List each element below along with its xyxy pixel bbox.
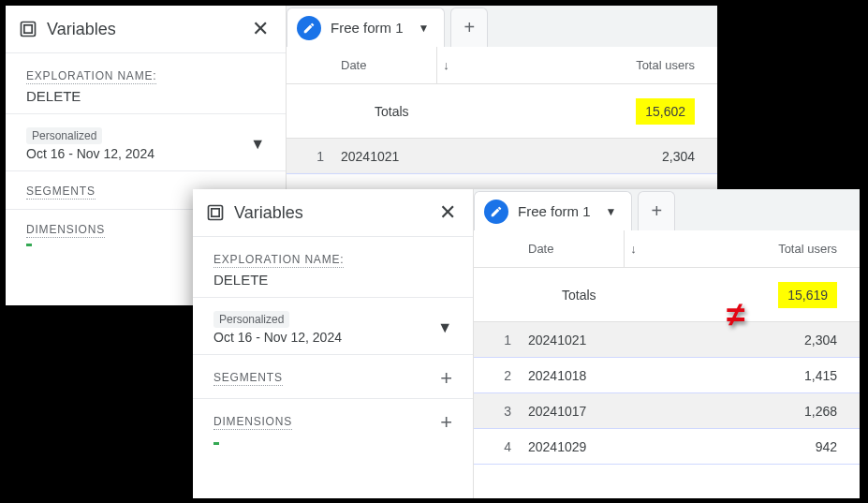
svg-rect-2 bbox=[209, 206, 223, 220]
add-segment-button[interactable]: + bbox=[440, 368, 452, 389]
table-body: 1202410212,3042202410181,4153202410171,2… bbox=[474, 322, 860, 465]
dimension-accent bbox=[213, 442, 219, 445]
chevron-down-icon[interactable]: ▼ bbox=[437, 319, 452, 336]
date-range-section[interactable]: Personalized Oct 16 - Nov 12, 2024 ▼ bbox=[193, 297, 473, 354]
variables-icon bbox=[19, 20, 37, 38]
tab-label: Free form 1 bbox=[331, 20, 404, 36]
row-index: 1 bbox=[287, 149, 333, 164]
dimension-accent bbox=[26, 244, 32, 246]
date-range-text: Oct 16 - Nov 12, 2024 bbox=[213, 330, 342, 345]
row-index: 2 bbox=[474, 368, 521, 383]
chevron-down-icon[interactable]: ▼ bbox=[413, 22, 435, 35]
date-range-text: Oct 16 - Nov 12, 2024 bbox=[26, 146, 154, 161]
exploration-name-label: EXPLORATION NAME: bbox=[26, 69, 156, 84]
variables-title: Variables bbox=[47, 20, 243, 39]
report-content: Free form 1 ▼ + Date ↓ Total users Total… bbox=[474, 189, 860, 498]
dimensions-label: DIMENSIONS bbox=[213, 415, 292, 430]
table-row[interactable]: 2202410181,415 bbox=[474, 358, 860, 393]
segments-label: SEGMENTS bbox=[213, 371, 283, 386]
date-range-section[interactable]: Personalized Oct 16 - Nov 12, 2024 ▼ bbox=[6, 113, 286, 170]
col-users-header[interactable]: Total users bbox=[642, 242, 860, 256]
row-date: 20241018 bbox=[521, 368, 624, 383]
totals-value: 15,619 bbox=[642, 282, 860, 308]
row-date: 20241017 bbox=[521, 404, 624, 419]
exploration-name-section: EXPLORATION NAME: DELETE bbox=[193, 236, 473, 297]
table-header: Date ↓ Total users bbox=[474, 230, 860, 268]
sidebar-header: Variables ✕ bbox=[193, 189, 473, 236]
tab-free-form[interactable]: Free form 1 ▼ bbox=[474, 191, 632, 230]
col-users-header[interactable]: Total users bbox=[455, 58, 717, 72]
not-equal-icon: ≠ bbox=[727, 295, 745, 334]
dimensions-section: DIMENSIONS + bbox=[193, 398, 473, 436]
svg-rect-1 bbox=[24, 25, 32, 33]
col-date-header[interactable]: Date bbox=[521, 242, 624, 256]
row-users: 942 bbox=[642, 439, 860, 454]
tab-bar: Free form 1 ▼ + bbox=[474, 189, 860, 230]
row-date: 20241021 bbox=[521, 333, 624, 348]
totals-label: Totals bbox=[333, 104, 436, 119]
table-header: Date ↓ Total users bbox=[287, 47, 717, 84]
sidebar-header: Variables ✕ bbox=[6, 6, 286, 52]
exploration-name-value[interactable]: DELETE bbox=[213, 272, 452, 288]
row-date: 20241021 bbox=[333, 149, 436, 164]
dimensions-label: DIMENSIONS bbox=[26, 223, 105, 238]
table-row[interactable]: 3202410171,268 bbox=[474, 393, 860, 429]
chevron-down-icon[interactable]: ▼ bbox=[600, 205, 623, 218]
close-icon[interactable]: ✕ bbox=[439, 202, 456, 223]
variables-icon bbox=[206, 203, 225, 222]
table-row[interactable]: 1202410212,304 bbox=[474, 322, 860, 358]
tab-label: Free form 1 bbox=[518, 203, 591, 219]
variables-sidebar: Variables ✕ EXPLORATION NAME: DELETE Per… bbox=[193, 189, 474, 498]
row-users: 1,268 bbox=[642, 404, 860, 419]
row-users: 1,415 bbox=[642, 368, 860, 383]
segments-label: SEGMENTS bbox=[26, 185, 96, 200]
sort-desc-icon[interactable]: ↓ bbox=[436, 47, 455, 83]
tab-bar: Free form 1 ▼ + bbox=[287, 6, 717, 47]
exploration-panel-front: Variables ✕ EXPLORATION NAME: DELETE Per… bbox=[193, 189, 860, 498]
table-body: 1202410212,304 bbox=[287, 139, 717, 174]
table-row[interactable]: 1202410212,304 bbox=[287, 139, 717, 174]
variables-title: Variables bbox=[234, 203, 430, 223]
add-tab-button[interactable]: + bbox=[450, 7, 488, 47]
totals-row: Totals 15,602 bbox=[287, 84, 717, 139]
close-icon[interactable]: ✕ bbox=[252, 19, 269, 39]
date-mode-badge: Personalized bbox=[26, 127, 102, 144]
totals-value: 15,602 bbox=[455, 98, 717, 125]
row-index: 1 bbox=[474, 333, 521, 348]
row-index: 3 bbox=[474, 404, 521, 419]
chevron-down-icon[interactable]: ▼ bbox=[250, 136, 265, 153]
sort-desc-icon[interactable]: ↓ bbox=[624, 230, 642, 267]
col-date-header[interactable]: Date bbox=[333, 58, 436, 72]
totals-row: Totals 15,619 bbox=[474, 268, 860, 322]
exploration-name-label: EXPLORATION NAME: bbox=[213, 253, 344, 268]
date-chip: Personalized Oct 16 - Nov 12, 2024 bbox=[26, 127, 154, 161]
svg-rect-0 bbox=[22, 22, 36, 37]
segments-section: SEGMENTS + bbox=[193, 354, 473, 398]
tab-free-form[interactable]: Free form 1 ▼ bbox=[287, 7, 445, 47]
row-index: 4 bbox=[474, 439, 521, 454]
totals-label: Totals bbox=[521, 288, 624, 303]
date-mode-badge: Personalized bbox=[213, 311, 289, 328]
date-chip: Personalized Oct 16 - Nov 12, 2024 bbox=[213, 311, 342, 345]
data-table: Date ↓ Total users Totals 15,619 1202410… bbox=[474, 230, 860, 498]
add-tab-button[interactable]: + bbox=[638, 191, 675, 230]
row-users: 2,304 bbox=[455, 149, 717, 164]
row-date: 20241029 bbox=[521, 439, 624, 454]
svg-rect-3 bbox=[212, 209, 219, 216]
edit-icon[interactable] bbox=[297, 16, 321, 40]
table-row[interactable]: 420241029942 bbox=[474, 429, 860, 465]
row-users: 2,304 bbox=[642, 333, 860, 348]
add-dimension-button[interactable]: + bbox=[440, 412, 452, 433]
exploration-name-value[interactable]: DELETE bbox=[26, 88, 265, 104]
edit-icon[interactable] bbox=[484, 200, 508, 224]
exploration-name-section: EXPLORATION NAME: DELETE bbox=[6, 52, 286, 113]
